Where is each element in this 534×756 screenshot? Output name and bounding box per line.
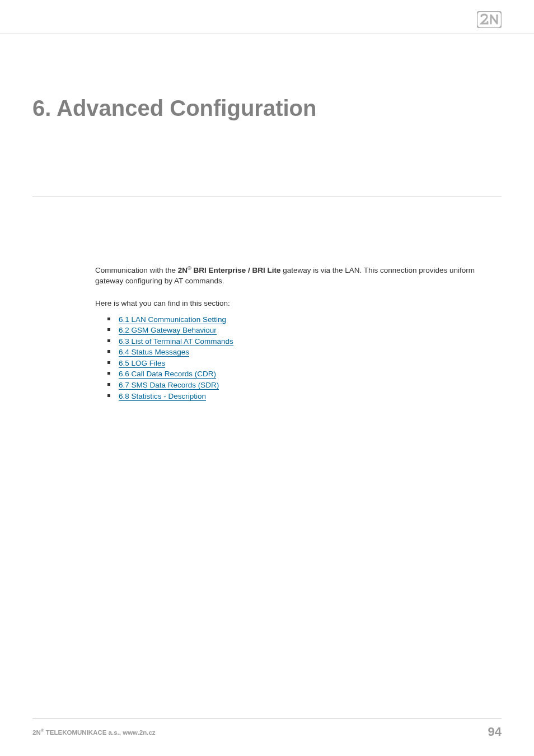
- list-item: 6.5 LOG Files: [118, 358, 485, 369]
- intro-brand-suffix: BRI Enterprise / BRI Lite: [191, 266, 281, 274]
- list-item: 6.8 Statistics - Description: [118, 391, 485, 402]
- page-header: [0, 0, 534, 34]
- link-statistics[interactable]: 6.8 Statistics - Description: [119, 392, 206, 401]
- section-title: 6. Advanced Configuration: [32, 96, 502, 121]
- footer-brand: 2N: [32, 729, 41, 736]
- list-item: 6.3 List of Terminal AT Commands: [118, 336, 485, 347]
- link-lan-communication[interactable]: 6.1 LAN Communication Setting: [119, 315, 226, 324]
- list-item: 6.6 Call Data Records (CDR): [118, 368, 485, 380]
- list-item: 6.2 GSM Gateway Behaviour: [118, 325, 485, 336]
- divider: [32, 197, 502, 197]
- link-status-messages[interactable]: 6.4 Status Messages: [119, 348, 189, 357]
- registered-symbol: ®: [188, 265, 191, 270]
- footer-company-rest: TELEKOMUNIKACE a.s., www.2n.cz: [44, 729, 156, 736]
- body-content: Communication with the 2N® BRI Enterpris…: [32, 264, 502, 402]
- link-log-files[interactable]: 6.5 LOG Files: [119, 359, 165, 368]
- link-call-data-records[interactable]: 6.6 Call Data Records (CDR): [119, 370, 216, 379]
- brand-logo-icon: [477, 11, 502, 28]
- page-footer: 2N® TELEKOMUNIKACE a.s., www.2n.cz 94: [32, 718, 502, 739]
- link-sms-data-records[interactable]: 6.7 SMS Data Records (SDR): [119, 381, 219, 390]
- link-terminal-commands[interactable]: 6.3 List of Terminal AT Commands: [119, 337, 233, 346]
- link-list: 6.1 LAN Communication Setting 6.2 GSM Ga…: [95, 314, 485, 402]
- list-item: 6.4 Status Messages: [118, 347, 485, 358]
- intro-paragraph: Communication with the 2N® BRI Enterpris…: [95, 264, 485, 287]
- footer-company: 2N® TELEKOMUNIKACE a.s., www.2n.cz: [32, 728, 156, 736]
- list-item: 6.1 LAN Communication Setting: [118, 314, 485, 325]
- subsection-label: Here is what you can find in this sectio…: [95, 299, 485, 307]
- page-number: 94: [488, 725, 502, 739]
- intro-brand: 2N: [178, 266, 188, 274]
- list-item: 6.7 SMS Data Records (SDR): [118, 380, 485, 391]
- link-gsm-gateway[interactable]: 6.2 GSM Gateway Behaviour: [119, 326, 217, 335]
- content-area: 6. Advanced Configuration Communication …: [0, 96, 534, 402]
- intro-prefix: Communication with the: [95, 266, 178, 274]
